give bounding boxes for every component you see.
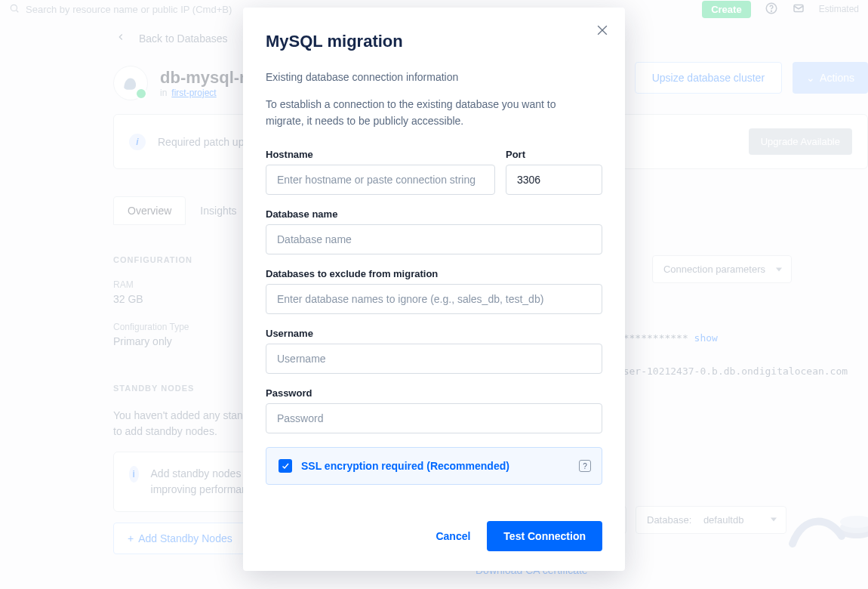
modal-title: MySQL migration bbox=[266, 32, 602, 51]
modal-subheading: Existing database connection information bbox=[266, 71, 602, 83]
dbname-label: Database name bbox=[266, 208, 602, 220]
username-label: Username bbox=[266, 328, 602, 339]
mysql-migration-modal: MySQL migration Existing database connec… bbox=[243, 8, 625, 571]
hostname-input[interactable] bbox=[266, 165, 495, 195]
modal-overlay[interactable]: MySQL migration Existing database connec… bbox=[0, 0, 868, 589]
dbname-input[interactable] bbox=[266, 224, 602, 254]
hostname-label: Hostname bbox=[266, 149, 495, 160]
exclude-input[interactable] bbox=[266, 284, 602, 314]
cancel-button[interactable]: Cancel bbox=[432, 523, 473, 550]
ssl-option-row[interactable]: SSL encryption required (Recommended) ? bbox=[266, 447, 602, 485]
password-label: Password bbox=[266, 387, 602, 399]
password-input[interactable] bbox=[266, 403, 602, 433]
exclude-label: Databases to exclude from migration bbox=[266, 268, 602, 279]
ssl-label: SSL encryption required (Recommended) bbox=[301, 460, 509, 472]
port-input[interactable] bbox=[506, 165, 602, 195]
ssl-checkbox[interactable] bbox=[279, 459, 292, 473]
username-input[interactable] bbox=[266, 344, 602, 374]
close-icon[interactable] bbox=[595, 23, 610, 38]
port-label: Port bbox=[506, 149, 602, 160]
modal-description: To establish a connection to the existin… bbox=[266, 97, 590, 129]
ssl-help-icon[interactable]: ? bbox=[579, 460, 591, 472]
test-connection-button[interactable]: Test Connection bbox=[487, 521, 602, 551]
